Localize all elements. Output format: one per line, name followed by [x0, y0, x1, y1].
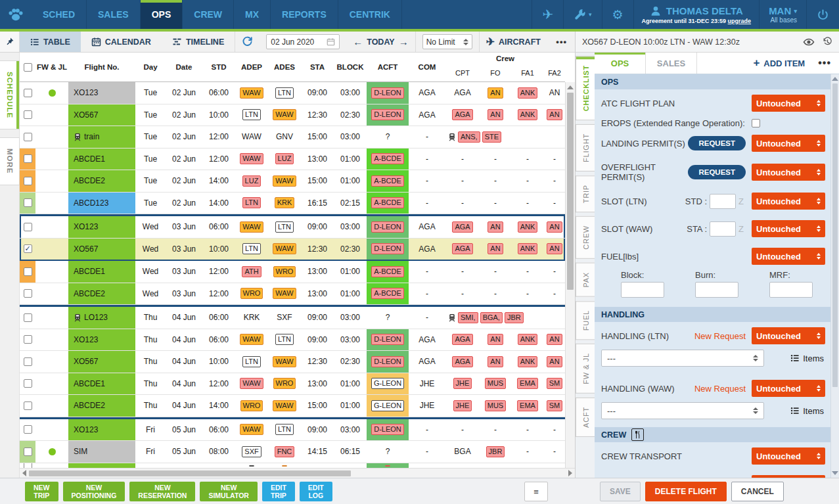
- save-button[interactable]: SAVE: [600, 482, 641, 501]
- flight-row[interactable]: ABCDE1Wed03 Jun12:00ATHWRO13:0001:00A-BC…: [20, 261, 565, 283]
- pin-icon[interactable]: [0, 32, 20, 52]
- flight-row[interactable]: ABCDE2Tue02 Jun14:00LUZWAW15:0001:00A-BC…: [20, 170, 565, 193]
- nav-item-ops[interactable]: OPS: [141, 0, 183, 29]
- row-checkbox[interactable]: [24, 357, 32, 366]
- tools-icon[interactable]: ▾: [563, 0, 602, 29]
- status-select[interactable]: Untouched: [752, 135, 825, 152]
- sidebar-tab-more[interactable]: MORE: [0, 137, 20, 185]
- fuel-field-input[interactable]: [621, 282, 664, 298]
- logout-power-icon[interactable]: [806, 0, 839, 29]
- panel-side-tab-flight[interactable]: FLIGHT: [576, 124, 595, 172]
- view-tab-calendar[interactable]: CALENDAR: [81, 32, 162, 52]
- flight-row[interactable]: SIMFri05 Jun08:00SXFFNC14:1506:15?-BGAJB…: [20, 441, 565, 463]
- row-checkbox[interactable]: [24, 447, 32, 456]
- table-horizontal-scrollbar[interactable]: [20, 468, 575, 478]
- items-button[interactable]: Items: [790, 354, 824, 363]
- nav-item-sales[interactable]: SALES: [87, 0, 141, 29]
- eye-icon[interactable]: [803, 38, 815, 46]
- nav-item-reports[interactable]: REPORTS: [271, 0, 338, 29]
- panel-side-tab-trip[interactable]: TRIP: [576, 175, 595, 212]
- status-select[interactable]: Untouched: [752, 164, 825, 181]
- history-icon[interactable]: [823, 37, 832, 47]
- action-button-new-trip[interactable]: NEWTRIP: [25, 482, 58, 501]
- panel-side-tab-fw-jl[interactable]: FW & JL: [576, 344, 595, 394]
- flight-row[interactable]: XO567Tue02 Jun10:00LTNWAW12:3002:30D-LEO…: [20, 104, 565, 127]
- status-select[interactable]: Untouched: [752, 95, 825, 112]
- flight-row[interactable]: ABCDE2Thu04 Jun14:00WROWAW15:0001:00G-LE…: [20, 395, 565, 417]
- status-select[interactable]: Untouched: [752, 193, 825, 210]
- flight-row[interactable]: XO567Thu04 Jun10:00LTNWAW12:3002:30D-LEO…: [20, 351, 565, 373]
- flight-row[interactable]: XO123Thu04 Jun06:00WAWLTN09:0003:00D-LEO…: [20, 329, 565, 352]
- table-vertical-scrollbar[interactable]: [565, 82, 575, 468]
- app-logo[interactable]: [0, 0, 32, 29]
- toolbar-more-button[interactable]: •••: [548, 32, 575, 52]
- row-checkbox[interactable]: [24, 313, 32, 322]
- flight-row[interactable]: XO123Fri05 Jun06:00WAWLTN09:0003:00D-LEO…: [20, 419, 565, 442]
- row-checkbox[interactable]: [24, 267, 32, 276]
- refresh-button[interactable]: [235, 32, 260, 52]
- flight-row[interactable]: [20, 463, 565, 469]
- status-select[interactable]: Untouched: [752, 220, 825, 237]
- nav-item-crew[interactable]: CREW: [183, 0, 234, 29]
- action-button-new-reservation[interactable]: NEWRESERVATION: [129, 482, 195, 501]
- panel-scrollbar[interactable]: [830, 74, 839, 478]
- items-button[interactable]: Items: [790, 406, 824, 416]
- horizontal-scroll-thumb[interactable]: [29, 470, 351, 476]
- row-checkbox[interactable]: [24, 110, 32, 119]
- today-button[interactable]: TODAY: [367, 37, 394, 47]
- view-tab-timeline[interactable]: TIMELINE: [162, 32, 235, 52]
- row-checkbox[interactable]: ✓: [24, 244, 32, 253]
- panel-side-tab-acft[interactable]: ACFT: [576, 398, 595, 437]
- row-checkbox[interactable]: [24, 223, 32, 231]
- row-checkbox[interactable]: [24, 89, 32, 97]
- status-select[interactable]: Untouched: [752, 327, 825, 344]
- sidebar-tab-schedule[interactable]: SCHEDULE: [0, 60, 20, 129]
- next-day-arrow[interactable]: →: [399, 36, 409, 47]
- action-button-new-simulator[interactable]: NEWSIMULATOR: [200, 482, 257, 501]
- request-button[interactable]: REQUEST: [688, 136, 746, 150]
- row-checkbox[interactable]: [24, 379, 32, 388]
- row-checkbox[interactable]: [24, 425, 32, 434]
- view-tab-table[interactable]: TABLE: [20, 32, 81, 52]
- flight-row[interactable]: LO123Thu04 Jun06:00KRKSXF09:0003:00?-SMI…: [20, 307, 565, 329]
- add-item-button[interactable]: + ADD ITEM: [748, 53, 810, 74]
- row-checkbox[interactable]: [24, 335, 32, 344]
- action-button-edit-log[interactable]: EDITLOG: [300, 482, 332, 501]
- flight-row[interactable]: ABCD123Tue02 Jun14:00LTNKRK16:1502:15A-B…: [20, 193, 565, 215]
- aircraft-filter[interactable]: ✈ AIRCRAFT: [480, 32, 547, 52]
- handler-select[interactable]: ---: [601, 350, 764, 367]
- prev-day-arrow[interactable]: ←: [353, 36, 363, 47]
- row-checkbox[interactable]: [24, 198, 32, 207]
- nav-item-mx[interactable]: MX: [234, 0, 271, 29]
- user-menu[interactable]: THOMAS DELTA Agreement until 31-DEC 23:5…: [633, 0, 760, 29]
- panel-side-tab-crew[interactable]: CREW: [576, 216, 595, 259]
- flight-row[interactable]: XO123Tue02 Jun06:00WAWLTN09:0003:00D-LEO…: [20, 82, 565, 104]
- panel-more-button[interactable]: •••: [810, 53, 839, 74]
- status-select[interactable]: Untouched: [752, 380, 825, 397]
- panel-side-tab-checklist[interactable]: CHECKLIST: [576, 56, 595, 120]
- panel-tab-sales[interactable]: SALES: [646, 53, 697, 74]
- base-selector[interactable]: MAN ▾ All bases: [759, 0, 806, 29]
- vertical-scroll-thumb[interactable]: [567, 93, 574, 290]
- flight-row[interactable]: trainTue02 Jun12:00WAWGNV15:0003:00?-ANS…: [20, 126, 565, 149]
- nav-item-sched[interactable]: SCHED: [32, 0, 87, 29]
- select-all-checkbox[interactable]: [24, 63, 32, 72]
- fuel-field-input[interactable]: [769, 282, 813, 298]
- row-checkbox[interactable]: [24, 401, 32, 410]
- status-select[interactable]: Untouched: [752, 447, 825, 465]
- erops-checkbox[interactable]: [752, 119, 760, 127]
- limit-select[interactable]: No Limit: [422, 34, 472, 49]
- action-button-edit-trip[interactable]: EDITTRIP: [262, 482, 295, 501]
- cancel-button[interactable]: CANCEL: [731, 482, 784, 501]
- panel-side-tab-fuel[interactable]: FUEL: [576, 301, 595, 340]
- handler-select[interactable]: ---: [601, 402, 764, 419]
- new-request-link[interactable]: New Request: [694, 384, 746, 394]
- upgrade-link[interactable]: upgrade: [728, 18, 752, 24]
- slot-time-input[interactable]: [710, 221, 736, 237]
- panel-scroll-thumb[interactable]: [832, 83, 838, 387]
- flights-icon[interactable]: ✈: [532, 0, 563, 29]
- fuel-field-input[interactable]: [695, 282, 738, 298]
- row-checkbox[interactable]: [24, 289, 32, 298]
- action-button-new-positioning[interactable]: NEWPOSITIONING: [63, 482, 125, 501]
- delete-flight-button[interactable]: DELETE FLIGHT: [645, 482, 727, 501]
